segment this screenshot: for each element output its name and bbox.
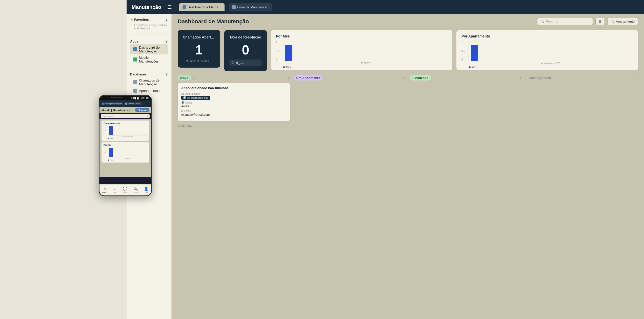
taxa-row-label: id_a... — [236, 61, 244, 65]
person-icon: 👤 — [181, 101, 184, 104]
por-mes-x-label: 2024-07 — [283, 62, 447, 65]
kanban-nome-value: André — [181, 105, 286, 108]
you-icon: 👤 — [144, 187, 148, 191]
favorites-label: Favorites — [134, 18, 149, 22]
apartamento-button[interactable]: 🔍 Apartamento — [607, 18, 638, 25]
mobile-por-mes-bar — [109, 148, 113, 157]
divider-2 — [130, 67, 168, 67]
mobile-search-icon: 🔍 — [103, 115, 105, 117]
databases-label: Databases — [130, 72, 147, 76]
kanban-field-apartamento: 🏢 Apartamento 📊 Apartamento 303 — [181, 92, 286, 100]
sidebar-item-apartamentos[interactable]: Apartamentos — [130, 87, 168, 94]
mobile-nav-chat-label: Chat — [123, 191, 127, 193]
mobile-por-mes-chart-area: 1 0.5 0 2024-07 Mês — [104, 147, 147, 161]
mobile-por-mes-chart: Por Mês 1 0.5 0 2024-07 Mês — [102, 142, 149, 163]
page-title: Dashboard de Manutenção — [178, 18, 249, 25]
sidebar-item-dashboard[interactable]: Dashboard de Manutenção — [130, 44, 168, 54]
por-mes-chart-area: 1 0.5 0 2024-07 Mês — [276, 41, 447, 66]
mobile-tab-2-label: Form de Manut... — [128, 103, 141, 105]
add-new-button[interactable]: + Add new — [178, 123, 290, 129]
kanban-col-uncategorized: Uncategorized + — [526, 75, 638, 83]
mobile-por-mes-legend-dot — [108, 160, 109, 161]
mobile-time: 9:41 — [131, 97, 135, 99]
mobile-nav-home-label: Home — [102, 191, 107, 193]
por-mes-legend-dot — [283, 66, 285, 68]
por-apartamento-x-label: Apartamento 303 — [469, 62, 633, 65]
por-mes-bar — [285, 45, 292, 61]
tab-dashboard[interactable]: Dashboard de Manut... — [179, 3, 225, 11]
mobile-search[interactable]: 🔍 Procurar ⊞ — [101, 114, 150, 118]
mobile-nav-home[interactable]: ⌂ Home — [102, 187, 107, 193]
kanban-card-1: Ar condicionado não funciona! 🏢 Apartame… — [178, 83, 290, 121]
mobile-por-mes-bars — [108, 147, 147, 157]
mobile-por-mes-y: 1 0.5 0 — [104, 147, 106, 157]
search-input[interactable]: 🔍 Procurar — [537, 18, 593, 25]
apps-header[interactable]: Apps ∨ — [130, 38, 168, 44]
sidebar-item-mobile[interactable]: Mobile | Manutenções — [130, 54, 168, 65]
mobile-tab-2[interactable]: Form de Manut... — [124, 102, 142, 105]
apartamento-label: Apartamento — [616, 19, 635, 23]
kanban-field-email-label: ✉ Email — [181, 110, 286, 112]
favorites-header[interactable]: ★Favorites ∨ — [130, 17, 168, 23]
kanban-novo-count: 1 — [193, 76, 195, 80]
taxa-title: Taxa de Resolução — [229, 35, 262, 39]
mobile-por-apt-bars — [108, 125, 147, 135]
kanban-uncategorized-label: Uncategorized — [526, 75, 554, 81]
apps-label: Apps — [130, 39, 138, 43]
mobile-tab-2-icon — [125, 103, 127, 105]
filter-button[interactable]: ⊞ — [595, 18, 605, 25]
mobile-add-button[interactable]: + Chamado — [135, 108, 149, 112]
kanban-andamento-add[interactable]: + — [404, 76, 406, 80]
sidebar-apartamentos-label: Apartamentos — [139, 89, 159, 93]
favorites-chevron-icon: ∨ — [165, 18, 168, 22]
mobile-signal: ▌▌▌ WiFi ■■ — [135, 97, 149, 99]
mobile-header: Mobile | Manutenções + Chamado — [99, 107, 151, 113]
kanban-uncategorized-header: Uncategorized + — [526, 75, 638, 81]
search-icon: 🔍 — [540, 19, 545, 23]
tab-form[interactable]: Form de Manutenção — [229, 3, 272, 11]
chamados-title: Chamados Abert... — [183, 35, 215, 39]
por-apartamento-chart-area: 1 0.5 0 Apartamento 303 Mês — [461, 41, 633, 66]
mobile-filter-icon: ⊞ — [147, 115, 148, 117]
hamburger-icon[interactable]: ☰ — [167, 4, 172, 10]
sidebar-item-chamados[interactable]: Chamados de Manutenção — [130, 77, 168, 87]
kanban-uncategorized-add[interactable]: + — [636, 76, 638, 80]
kanban-novo-header: Novo 1 + — [178, 75, 290, 81]
mobile-tab-1-icon — [102, 103, 104, 105]
apartamentos-db-icon — [133, 89, 137, 93]
chamados-subtitle: Number of records ... — [183, 59, 215, 63]
mobile-nav-tasks[interactable]: ✓ Tasks — [113, 187, 117, 193]
kanban-novo-add[interactable]: + — [287, 76, 290, 80]
mobile-por-apt-bar — [109, 126, 113, 135]
por-apartamento-legend-dot — [469, 66, 471, 68]
apps-section: Apps ∨ Dashboard de Manutenção Mobile | … — [127, 36, 171, 66]
header-actions: 🔍 Procurar ⊞ 🔍 Apartamento — [537, 18, 638, 25]
app-title: Manutenção — [132, 4, 161, 10]
por-apartamento-y-labels: 1 0.5 0 — [461, 41, 465, 61]
search-placeholder: Procurar — [546, 19, 559, 23]
kanban-board: Novo 1 + Ar condicionado não funciona! 🏢… — [172, 75, 644, 134]
kanban-finalizado-add[interactable]: + — [519, 76, 522, 80]
por-apartamento-bars — [469, 41, 633, 61]
mobile-por-mes-legend: Mês — [108, 159, 147, 161]
mobile-search-placeholder: Procurar — [106, 115, 114, 117]
tab-form-label: Form de Manutenção — [237, 5, 269, 9]
mobile-por-apt-legend: Mês — [108, 137, 147, 139]
mobile-notch — [110, 97, 123, 98]
kanban-col-finalizado: Finalizado + — [410, 75, 522, 83]
mobile-tab-1[interactable]: Mobile | Manutenções — [101, 102, 123, 105]
databases-header[interactable]: Databases ∨ — [130, 71, 168, 77]
main-content: Dashboard de Manutenção 🔍 Procurar ⊞ 🔍 A… — [172, 14, 644, 319]
mobile-nav-you[interactable]: 👤 You — [144, 187, 148, 193]
mobile-content: Por Apartamento 1 0.5 0 Apartamento 303 … — [99, 119, 151, 177]
kanban-email-value: exemplo@email.com — [181, 113, 286, 116]
por-mes-chart: Por Mês 1 0.5 0 2024-07 Mês — [271, 30, 452, 70]
mobile-nav-chat[interactable]: 💬 Chat — [123, 187, 127, 193]
mobile-topbar: Mobile | Manutenções Form de Manut... — [99, 100, 151, 107]
mobile-nav-you-label: You — [145, 191, 148, 193]
mobile-nav-search[interactable]: 🔍 Search — [133, 187, 138, 193]
dashboard-app-icon — [133, 47, 137, 51]
kanban-field-apartamento-label: 🏢 Apartamento — [181, 92, 286, 95]
mobile-overlay: 9:41 ▌▌▌ WiFi ■■ Mobile | Manutenções Fo… — [99, 95, 152, 196]
kanban-field-nome-label: 👤 Nome — [181, 101, 286, 104]
